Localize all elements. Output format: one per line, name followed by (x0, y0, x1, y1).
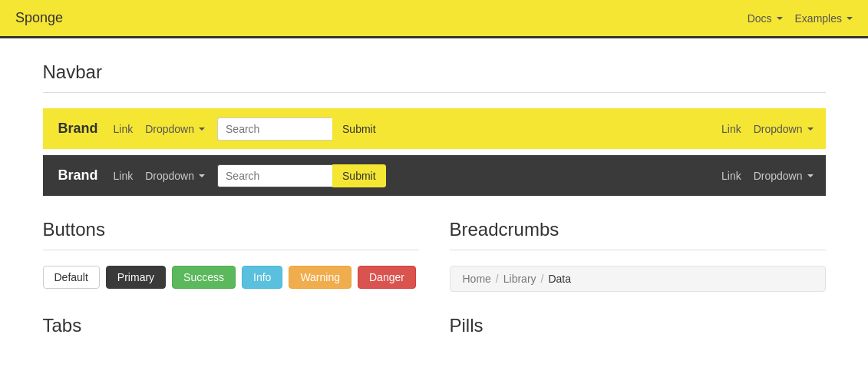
yellow-brand: Brand (55, 114, 101, 143)
dark-dropdown-1-label: Dropdown (145, 170, 194, 182)
navbar-divider (43, 92, 826, 93)
dark-search-group: Submit (217, 164, 386, 187)
breadcrumbs-section: Breadcrumbs Home / Library / Data (450, 219, 826, 292)
buttons-divider (43, 250, 419, 250)
yellow-right-dropdown[interactable]: Dropdown (754, 123, 814, 135)
yellow-right-link[interactable]: Link (721, 123, 741, 135)
yellow-navbar: Brand Link Dropdown Submit Link Dropdown (43, 108, 826, 149)
dark-right-dropdown-label: Dropdown (754, 170, 803, 182)
examples-caret-icon (847, 17, 853, 20)
bottom-sections: Tabs Pills (43, 315, 826, 336)
yellow-navbar-right: Link Dropdown (721, 123, 814, 135)
dark-dropdown-1-caret (199, 174, 205, 177)
breadcrumb-home[interactable]: Home (463, 273, 491, 285)
buttons-title: Buttons (43, 219, 419, 240)
tabs-title: Tabs (43, 315, 419, 336)
btn-info[interactable]: Info (242, 266, 282, 289)
top-nav-brand: Sponge (15, 10, 63, 26)
breadcrumb-sep-2: / (541, 273, 544, 285)
navbar-section: Navbar Brand Link Dropdown Submit Link D… (43, 61, 826, 196)
breadcrumb-library[interactable]: Library (503, 273, 536, 285)
breadcrumb-sep-1: / (496, 273, 499, 285)
buttons-row: Default Primary Success Info Warning Dan… (43, 266, 419, 289)
breadcrumbs-title: Breadcrumbs (450, 219, 826, 240)
yellow-right-dropdown-label: Dropdown (754, 123, 803, 135)
btn-primary[interactable]: Primary (106, 266, 166, 289)
examples-label: Examples (795, 12, 842, 25)
yellow-dropdown-1-caret (199, 127, 205, 131)
yellow-search-input[interactable] (217, 118, 332, 141)
yellow-search-group: Submit (217, 118, 386, 141)
breadcrumb-data: Data (548, 273, 571, 285)
docs-label: Docs (748, 12, 772, 25)
yellow-dropdown-1[interactable]: Dropdown (145, 123, 205, 135)
btn-success[interactable]: Success (172, 266, 236, 289)
yellow-right-dropdown-caret (807, 127, 814, 131)
dark-navbar: Brand Link Dropdown Submit Link Dropdown (43, 155, 826, 196)
dark-right-link[interactable]: Link (721, 170, 741, 182)
tabs-section: Tabs (43, 315, 419, 336)
yellow-navbar-left: Brand Link Dropdown Submit (55, 114, 386, 143)
dark-dropdown-1[interactable]: Dropdown (145, 170, 205, 182)
dark-right-dropdown[interactable]: Dropdown (754, 170, 814, 182)
main-content: Navbar Brand Link Dropdown Submit Link D… (12, 38, 856, 359)
navbar-section-title: Navbar (43, 61, 826, 83)
btn-danger[interactable]: Danger (358, 266, 416, 289)
dark-navbar-left: Brand Link Dropdown Submit (55, 161, 386, 190)
pills-title: Pills (450, 315, 826, 336)
dark-right-dropdown-caret (807, 174, 814, 177)
dark-brand: Brand (55, 161, 101, 190)
btn-warning[interactable]: Warning (289, 266, 351, 289)
dark-navbar-right: Link Dropdown (721, 170, 814, 182)
docs-link[interactable]: Docs (748, 12, 783, 25)
btn-default[interactable]: Default (43, 266, 100, 289)
top-nav-right: Docs Examples (748, 12, 853, 25)
dark-submit-btn[interactable]: Submit (332, 164, 386, 187)
examples-link[interactable]: Examples (795, 12, 853, 25)
dark-search-input[interactable] (217, 164, 332, 187)
pills-section: Pills (450, 315, 826, 336)
yellow-link-1[interactable]: Link (114, 123, 134, 135)
breadcrumb-bar: Home / Library / Data (450, 266, 826, 292)
yellow-submit-btn[interactable]: Submit (332, 118, 386, 141)
two-col-section: Buttons Default Primary Success Info War… (43, 219, 826, 292)
dark-link-1[interactable]: Link (114, 170, 134, 182)
yellow-dropdown-1-label: Dropdown (145, 123, 194, 135)
breadcrumbs-divider (450, 250, 826, 250)
top-navbar: Sponge Docs Examples (0, 0, 868, 38)
buttons-section: Buttons Default Primary Success Info War… (43, 219, 419, 292)
docs-caret-icon (777, 17, 783, 20)
